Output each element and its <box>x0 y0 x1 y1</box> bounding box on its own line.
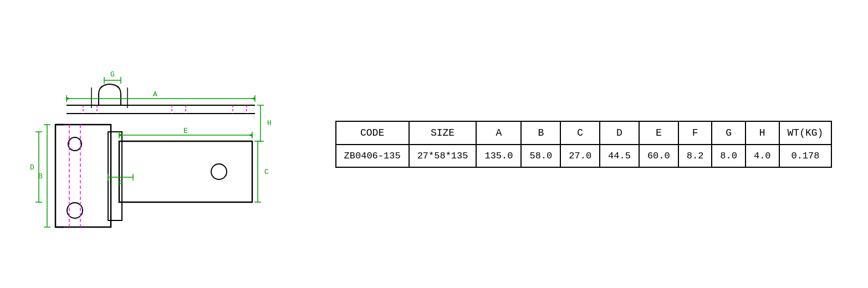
svg-marker-44 <box>249 133 252 137</box>
header-b: B <box>521 121 560 145</box>
svg-marker-26 <box>252 97 255 100</box>
diagram-section: A H B D E F <box>17 28 283 260</box>
svg-text:H: H <box>267 119 272 127</box>
cell-size: 27*58*135 <box>409 145 477 167</box>
header-c: C <box>560 121 600 145</box>
svg-rect-12 <box>55 125 111 227</box>
header-g: G <box>712 121 746 145</box>
header-code: CODE <box>336 121 409 145</box>
header-f: F <box>678 121 712 145</box>
cell-e: 60.0 <box>639 145 678 167</box>
cell-d: 44.5 <box>600 145 639 167</box>
svg-text:C: C <box>264 168 269 176</box>
header-size: SIZE <box>409 121 477 145</box>
cell-h: 4.0 <box>746 145 779 167</box>
svg-rect-18 <box>119 141 252 202</box>
main-container: A H B D E F <box>0 0 868 288</box>
header-h: H <box>746 121 779 145</box>
cell-wt: 0.178 <box>779 145 832 167</box>
cell-b: 58.0 <box>521 145 560 167</box>
header-d: D <box>600 121 639 145</box>
svg-text:F: F <box>119 179 123 188</box>
header-e: E <box>639 121 678 145</box>
svg-text:D: D <box>30 163 34 172</box>
table-row: ZB0406-135 27*58*135 135.0 58.0 27.0 44.… <box>336 145 832 167</box>
cell-a: 135.0 <box>476 145 521 167</box>
cell-g: 8.0 <box>712 145 746 167</box>
spec-table: CODE SIZE A B C D E F G H WT(KG) ZB0406-… <box>335 121 833 168</box>
svg-text:E: E <box>183 127 188 135</box>
svg-marker-25 <box>67 97 70 100</box>
header-wt: WT(KG) <box>779 121 832 145</box>
cell-f: 8.2 <box>678 145 712 167</box>
svg-text:A: A <box>153 90 157 99</box>
cell-code: ZB0406-135 <box>336 145 409 167</box>
cell-c: 27.0 <box>560 145 600 167</box>
table-section: CODE SIZE A B C D E F G H WT(KG) ZB0406-… <box>283 121 851 168</box>
svg-point-13 <box>68 137 81 151</box>
svg-point-19 <box>211 164 227 179</box>
svg-text:G: G <box>110 70 115 79</box>
table-header-row: CODE SIZE A B C D E F G H WT(KG) <box>336 121 832 145</box>
header-a: A <box>476 121 521 145</box>
